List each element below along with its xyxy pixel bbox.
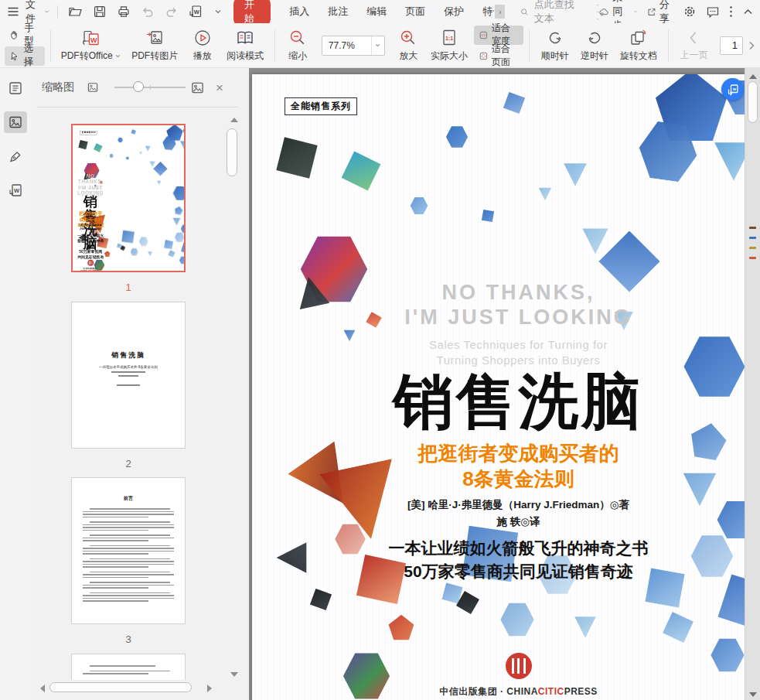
cover-shape-hex: [92, 230, 100, 237]
settings-gear-icon[interactable]: [683, 5, 697, 19]
feedback-comment-icon[interactable]: [706, 5, 720, 19]
previous-page-button[interactable]: 上一页: [674, 29, 714, 62]
series-badge: 全能销售系列: [80, 131, 97, 135]
slider-handle[interactable]: [133, 81, 144, 92]
actual-size-icon: 1:1: [441, 29, 458, 47]
thumbnail-page-4[interactable]: [71, 654, 186, 680]
thumb-paragraph: [83, 671, 174, 674]
thumb-paragraph: [83, 582, 174, 589]
panel-scroll-right-icon[interactable]: [207, 685, 212, 692]
main-scrollbar-thumb[interactable]: [748, 81, 758, 123]
thumbnail-panel-header: 缩略图 ×: [31, 68, 249, 107]
more-options-icon[interactable]: [729, 5, 733, 18]
cover-shape-sq: [168, 250, 175, 257]
book-subtitle-line2: 8条黄金法则: [77, 222, 104, 228]
fit-page-button[interactable]: 适合页面: [474, 46, 523, 66]
publisher-line: 中信出版集团 · CHINACITICPRESS: [272, 685, 745, 698]
zoom-select-caret-icon[interactable]: [371, 36, 384, 55]
rotate-document-label: 旋转文档: [620, 50, 657, 63]
zoom-in-button[interactable]: 放大: [391, 29, 426, 63]
toolbar-overflow-chevron-icon[interactable]: [748, 40, 755, 51]
scroll-down-icon[interactable]: [749, 692, 757, 697]
print-icon[interactable]: [117, 5, 131, 19]
close-panel-icon[interactable]: ×: [216, 81, 223, 94]
fit-width-button[interactable]: 适合宽度: [474, 26, 523, 45]
page-number-input[interactable]: 1: [720, 36, 743, 55]
zoom-in-label: 放大: [399, 50, 417, 63]
search-box[interactable]: 点此查找文本 ···: [520, 0, 599, 26]
tab-protect[interactable]: 保护: [444, 5, 464, 19]
svg-text:w: w: [731, 87, 736, 91]
panel-scroll-left-icon[interactable]: [40, 685, 45, 692]
rotate-clockwise-button[interactable]: 顺时针: [535, 29, 574, 63]
thumbnail-size-slider[interactable]: [110, 87, 190, 88]
export-float-button[interactable]: w: [721, 78, 744, 101]
undo-icon[interactable]: [141, 5, 155, 19]
sidebar-item-thumbnails[interactable]: [4, 111, 27, 133]
cover-shape-hex: [179, 256, 186, 265]
english-subtitle-line2: Turning Shoppers into Buyers: [77, 193, 104, 200]
cover-shape-trid: [139, 152, 142, 155]
main-vertical-scrollbar[interactable]: [745, 68, 760, 700]
thumbnail-page-number: 3: [71, 633, 186, 645]
publisher-block: 中信出版集团 · CHINACITICPRESS: [77, 260, 104, 272]
cover-shape-sq: [99, 180, 103, 184]
thumb-paragraph: [83, 508, 174, 517]
pdf-to-image-button[interactable]: PDF转图片: [126, 29, 184, 63]
pdf-page-1[interactable]: 全能销售系列 NO THANKS, I'M JUST LOOKING Sales…: [252, 74, 745, 700]
actual-size-button[interactable]: 1:1 实际大小: [426, 29, 472, 63]
thumb2-text-line: [111, 371, 145, 373]
panel-horizontal-scrollbar[interactable]: [31, 681, 249, 694]
select-tool-button[interactable]: 选择: [5, 46, 45, 66]
sidebar-item-export-word[interactable]: W: [4, 179, 27, 201]
tab-special[interactable]: 特色 ›: [482, 5, 505, 19]
cover-shape-pent: [166, 125, 183, 141]
export-word-icon[interactable]: W: [189, 5, 203, 19]
reading-mode-button[interactable]: 阅读模式: [221, 29, 269, 63]
slider-track[interactable]: [114, 87, 186, 88]
publisher-en-prefix: CHINA: [506, 686, 538, 697]
thumbnail-page-2[interactable]: 销售洗脑 —把逛街者变成购买者的 8条黄金法则: [71, 302, 186, 449]
play-icon: [193, 29, 212, 47]
collapse-toolbar-icon[interactable]: [742, 7, 754, 16]
open-file-icon[interactable]: [68, 5, 83, 19]
tab-insert[interactable]: 插入: [289, 5, 309, 19]
panel-vertical-scrollbar-thumb[interactable]: [227, 128, 237, 176]
cover-shape-sq: [153, 162, 167, 176]
thumb2-text-line: [117, 384, 140, 386]
share-button[interactable]: 分享: [647, 0, 673, 26]
save-icon[interactable]: [93, 5, 107, 19]
thumbnails-icon: [8, 114, 23, 130]
hamburger-menu-icon[interactable]: [6, 5, 20, 19]
rotate-document-button[interactable]: 旋转文档: [615, 29, 663, 63]
document-viewer[interactable]: 全能销售系列 NO THANKS, I'M JUST LOOKING Sales…: [249, 68, 745, 700]
panel-horizontal-scrollbar-thumb[interactable]: [49, 682, 192, 692]
english-title-line1: NO THANKS,: [272, 280, 745, 305]
scrollbar-annotation-mark: [749, 227, 756, 229]
play-button[interactable]: 播放: [184, 29, 221, 63]
tab-edit[interactable]: 编辑: [366, 5, 387, 19]
zoom-out-button[interactable]: 缩小: [281, 29, 315, 63]
cover-shape-hex: [174, 232, 184, 242]
scroll-up-icon[interactable]: [749, 74, 757, 79]
zoom-level-select[interactable]: 77.7%: [322, 36, 385, 56]
sidebar-item-sign[interactable]: [4, 145, 27, 167]
thumbnail-page-1[interactable]: 全能销售系列 NO THANKS, I'M JUST LOOKING Sales…: [71, 124, 186, 272]
thumbnail-panel: 缩略图 × 全能销售系列 NO THANKS, I'M JUST LOOKING…: [31, 68, 249, 700]
panel-scroll-up-icon[interactable]: [230, 118, 238, 122]
rotate-counterclockwise-button[interactable]: 逆时针: [574, 29, 614, 63]
hand-tool-button[interactable]: 手型: [5, 26, 45, 45]
publisher-en-suffix: PRESS: [564, 686, 598, 697]
tab-overflow-chevron-icon[interactable]: ›: [495, 5, 505, 19]
thumbnail-page-3[interactable]: 前言: [71, 477, 186, 624]
sidebar-item-outline[interactable]: [4, 77, 27, 99]
redo-icon[interactable]: [165, 5, 179, 19]
toolbar-customize-chevron-icon[interactable]: [213, 7, 223, 16]
panel-scroll-down-icon[interactable]: [230, 672, 238, 677]
book-cover: 全能销售系列 NO THANKS, I'M JUST LOOKING Sales…: [252, 74, 745, 700]
pdf-to-office-button[interactable]: W PDF转Office: [56, 29, 126, 63]
publisher-en-prefix: CHINA: [80, 270, 87, 272]
publisher-cn: 中信出版集团: [83, 268, 97, 270]
tab-page[interactable]: 页面: [405, 5, 425, 19]
tab-annotate[interactable]: 批注: [328, 5, 348, 19]
